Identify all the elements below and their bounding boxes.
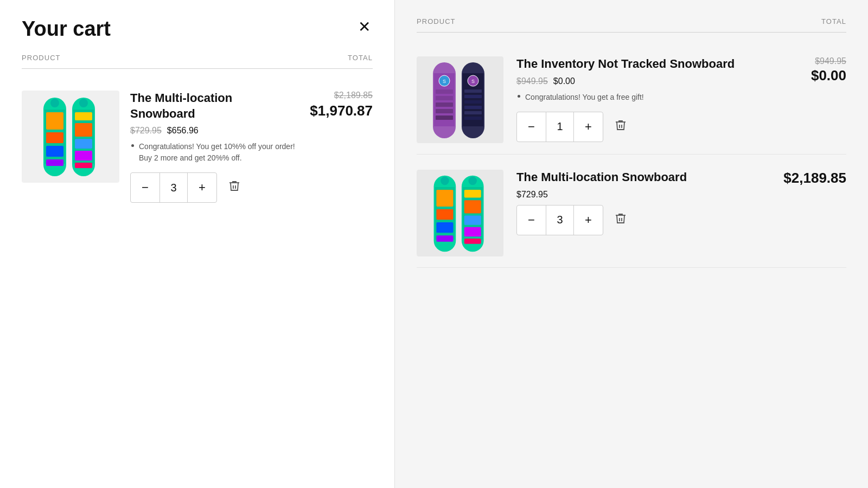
delete-item-button-inventory[interactable] bbox=[612, 117, 629, 137]
item-promo-inventory: Congratulations! You get a free gift! bbox=[516, 92, 768, 103]
qty-controls-multiloc-right: − 3 + bbox=[516, 205, 603, 235]
trash-icon-right-2 bbox=[614, 212, 627, 225]
item-image-inventory: S S bbox=[417, 56, 503, 143]
item-details-inventory: The Inventory Not Tracked Snowboard $949… bbox=[516, 56, 768, 142]
svg-rect-22 bbox=[436, 109, 453, 113]
cart-item-multiloc: The Multi-location Snowboard $729.95 $65… bbox=[22, 80, 373, 214]
svg-point-40 bbox=[441, 176, 449, 185]
increase-qty-button-inventory[interactable]: + bbox=[574, 112, 603, 142]
item-name-multiloc-right: The Multi-location Snowboard bbox=[516, 170, 768, 185]
cart-item-multiloc-right: The Multi-location Snowboard $729.95 − 3… bbox=[417, 159, 846, 268]
svg-point-14 bbox=[79, 99, 88, 107]
qty-row-inventory: − 1 + bbox=[516, 112, 768, 142]
item-prices-multiloc: $729.95 $656.96 bbox=[130, 126, 297, 136]
svg-rect-30 bbox=[464, 100, 482, 104]
left-cart-panel: Your cart ✕ PRODUCT TOTAL bbox=[0, 0, 395, 488]
promo-dot bbox=[131, 144, 134, 147]
decrease-qty-button-multiloc-right[interactable]: − bbox=[517, 206, 546, 235]
item-price-discounted-inventory: $0.00 bbox=[553, 76, 575, 86]
svg-text:S: S bbox=[471, 79, 475, 84]
svg-rect-38 bbox=[436, 222, 453, 232]
item-details-multiloc-right: The Multi-location Snowboard $729.95 − 3… bbox=[516, 170, 768, 235]
trash-icon-left bbox=[228, 179, 241, 192]
total-column-label: TOTAL bbox=[348, 54, 373, 62]
item-details-multiloc: The Multi-location Snowboard $729.95 $65… bbox=[130, 91, 297, 203]
svg-rect-20 bbox=[436, 96, 453, 100]
svg-rect-31 bbox=[464, 106, 482, 109]
item-name-multiloc: The Multi-location Snowboard bbox=[130, 91, 297, 121]
item-price-discounted-multiloc: $656.96 bbox=[167, 126, 199, 136]
svg-rect-43 bbox=[464, 189, 481, 197]
item-total-final-inventory: $0.00 bbox=[811, 67, 846, 84]
increase-qty-button-multiloc-right[interactable]: + bbox=[574, 206, 603, 235]
svg-rect-12 bbox=[75, 151, 92, 160]
svg-point-48 bbox=[469, 176, 477, 185]
item-total-inventory: $949.95 $0.00 bbox=[781, 56, 846, 84]
delete-item-button-multiloc-right[interactable] bbox=[612, 210, 629, 230]
column-headers: PRODUCT TOTAL bbox=[22, 54, 373, 69]
item-prices-multiloc-right: $729.95 bbox=[516, 190, 768, 200]
qty-controls-multiloc: − 3 + bbox=[130, 172, 217, 203]
right-total-column-label: TOTAL bbox=[821, 17, 846, 25]
right-promo-dot bbox=[518, 95, 520, 98]
svg-rect-46 bbox=[464, 227, 481, 236]
svg-rect-21 bbox=[436, 102, 453, 107]
cart-item-inventory: S S Th bbox=[417, 46, 846, 155]
item-total-original-multiloc: $2,189.85 bbox=[308, 91, 373, 100]
svg-rect-23 bbox=[436, 115, 453, 120]
right-product-column-label: PRODUCT bbox=[417, 17, 456, 25]
svg-rect-32 bbox=[464, 111, 482, 114]
svg-rect-3 bbox=[46, 132, 63, 143]
svg-rect-36 bbox=[436, 189, 453, 206]
snowboard-image-inventory: S S bbox=[430, 58, 490, 142]
item-total-final-multiloc: $1,970.87 bbox=[310, 102, 373, 119]
qty-row-multiloc: − 3 + bbox=[130, 172, 297, 203]
right-cart-panel: PRODUCT TOTAL S bbox=[395, 0, 868, 488]
svg-rect-29 bbox=[464, 95, 482, 98]
svg-rect-33 bbox=[464, 117, 482, 120]
delete-item-button-multiloc[interactable] bbox=[226, 177, 243, 198]
svg-rect-11 bbox=[75, 139, 92, 149]
svg-rect-37 bbox=[436, 209, 453, 219]
svg-rect-4 bbox=[46, 146, 63, 157]
snowboard-image-multiloc bbox=[41, 93, 100, 180]
svg-rect-5 bbox=[46, 159, 63, 166]
snowboard-image-multiloc-right bbox=[430, 171, 490, 255]
qty-row-multiloc-right: − 3 + bbox=[516, 205, 768, 235]
item-image-multiloc bbox=[22, 91, 119, 183]
right-column-headers: PRODUCT TOTAL bbox=[417, 17, 846, 33]
qty-value-inventory: 1 bbox=[546, 112, 574, 142]
svg-rect-10 bbox=[75, 123, 92, 137]
svg-rect-45 bbox=[464, 215, 481, 224]
item-image-multiloc-right bbox=[417, 170, 503, 256]
increase-qty-button-multiloc[interactable]: + bbox=[188, 173, 216, 202]
decrease-qty-button-multiloc[interactable]: − bbox=[131, 173, 159, 202]
item-price-multiloc-right: $729.95 bbox=[516, 190, 548, 200]
svg-rect-39 bbox=[436, 235, 453, 242]
decrease-qty-button-inventory[interactable]: − bbox=[517, 112, 546, 142]
trash-icon-right-1 bbox=[614, 119, 627, 132]
svg-rect-9 bbox=[75, 112, 92, 120]
qty-value-multiloc-right: 3 bbox=[546, 206, 574, 235]
svg-rect-44 bbox=[464, 200, 481, 213]
svg-rect-19 bbox=[436, 89, 453, 94]
item-total-final-multiloc-right: $2,189.85 bbox=[783, 170, 846, 186]
product-column-label: PRODUCT bbox=[22, 54, 61, 62]
qty-value-multiloc: 3 bbox=[159, 173, 188, 202]
svg-rect-2 bbox=[46, 112, 63, 130]
item-total-original-inventory: $949.95 bbox=[781, 56, 846, 66]
qty-controls-inventory: − 1 + bbox=[516, 112, 603, 142]
item-total-multiloc-right: $2,189.85 bbox=[781, 170, 846, 187]
item-promo-multiloc: Congratulations! You get 10%% off your o… bbox=[130, 141, 297, 164]
svg-point-6 bbox=[50, 99, 59, 107]
svg-rect-13 bbox=[75, 163, 92, 168]
item-price-original-multiloc: $729.95 bbox=[130, 126, 162, 136]
close-button[interactable]: ✕ bbox=[356, 17, 373, 37]
cart-header: Your cart ✕ bbox=[22, 17, 373, 41]
cart-title: Your cart bbox=[22, 17, 111, 41]
item-name-inventory: The Inventory Not Tracked Snowboard bbox=[516, 56, 768, 72]
item-total-multiloc: $2,189.85 $1,970.87 bbox=[308, 91, 373, 119]
svg-rect-28 bbox=[464, 89, 482, 93]
item-prices-inventory: $949.95 $0.00 bbox=[516, 76, 768, 86]
item-price-original-inventory: $949.95 bbox=[516, 76, 548, 86]
